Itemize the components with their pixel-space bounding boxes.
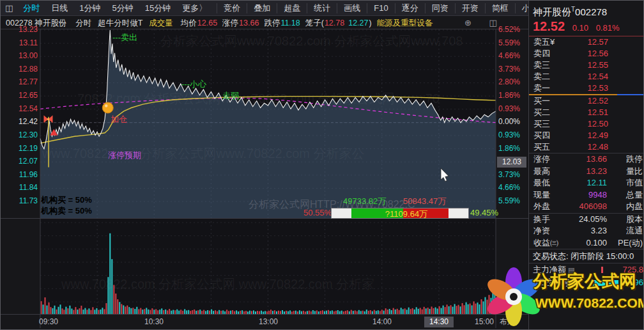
period-tabs: 分时日线1分钟5分钟15分钟更多〉 bbox=[17, 3, 213, 14]
bid-row-4[interactable]: 买五12.48 bbox=[529, 141, 644, 153]
toolbar-tab-1[interactable]: 日线 bbox=[45, 3, 73, 14]
toolbar-menu-5[interactable]: F10 bbox=[367, 3, 394, 13]
stat1-row-2-label2: 市值 bbox=[607, 177, 643, 189]
quote-panel: 神开股份T002278 12.52 0.10 0.81% 卖五¥12.57卖四1… bbox=[528, 1, 644, 330]
toolbar-menu-0[interactable]: 竞价 bbox=[217, 3, 247, 13]
bid-row-3-label: 买四 bbox=[533, 130, 569, 141]
ask-row-0-price: 12.57 bbox=[569, 36, 641, 48]
infobar-segment-7: 13.66 bbox=[239, 19, 259, 28]
ask-row-1-price: 12.56 bbox=[569, 48, 641, 59]
stat1-row-3-label: 现量 bbox=[533, 189, 565, 201]
list-icon[interactable]: ▤ bbox=[568, 263, 574, 276]
stat1-row-0-label: 涨停 bbox=[533, 153, 565, 166]
stat1-row-0-value: 13.66 bbox=[565, 153, 607, 166]
stat2-row-1-value: 3.23 bbox=[565, 225, 607, 237]
toolbar-menu-4[interactable]: 画线 bbox=[337, 3, 367, 13]
stat1-row-2: 最低12.11市值 bbox=[529, 177, 644, 189]
stat1-row-1: 最高13.23量比 bbox=[529, 166, 644, 178]
price-change: 0.10 bbox=[572, 23, 588, 33]
bid-row-1-label: 买二 bbox=[533, 107, 569, 118]
stat2-row-1: 净资3.23流通 bbox=[529, 225, 644, 237]
stat1-row-0: 涨停13.66跌停 bbox=[529, 153, 644, 166]
stat1-row-1-label2: 量比 bbox=[607, 166, 643, 178]
toolbar: ◫ 分时日线1分钟5分钟15分钟更多〉 竞价叠加超盘统计画线F10逐分同资开资简… bbox=[1, 1, 528, 16]
bid-row-0-label: 买一 bbox=[533, 95, 569, 107]
toolbar-menu-8[interactable]: 开资 bbox=[455, 3, 485, 13]
infobar-segment-12: 12.27 bbox=[348, 19, 368, 28]
ask-row-3[interactable]: 卖二12.54 bbox=[529, 71, 644, 82]
stat2-row-2-label: 收益㈢ bbox=[533, 237, 565, 249]
infobar-segment-0: 002278 神开股份 bbox=[6, 18, 66, 29]
ask-row-0-label: 卖五¥ bbox=[533, 36, 569, 48]
stat1-row-0-label2: 跌停 bbox=[607, 153, 643, 166]
ask-row-3-price: 12.54 bbox=[569, 71, 641, 82]
toolbar-tab-0[interactable]: 分时 bbox=[17, 3, 45, 14]
bid-row-3[interactable]: 买四12.49 bbox=[529, 130, 644, 141]
infobar-segment-2: 超牛分时做T bbox=[98, 18, 142, 29]
timeshare-chart[interactable] bbox=[1, 1, 528, 330]
bid-row-3-price: 12.49 bbox=[569, 130, 641, 141]
infobar-segment-4: 均价 bbox=[181, 18, 197, 29]
stat1-row-4-label2: 内盘 bbox=[607, 201, 643, 213]
infobar-segment-3: 成交量 bbox=[149, 18, 173, 29]
toolbar-tab-5[interactable]: 更多〉 bbox=[176, 3, 213, 14]
bid-row-0[interactable]: 买一12.52 bbox=[529, 95, 644, 107]
stats-block-1: 涨停13.66跌停最高13.23量比最低12.11市值现量9948总量外盘406… bbox=[529, 153, 644, 213]
toolbar-menu-3[interactable]: 统计 bbox=[307, 3, 337, 13]
main-net-value: 725.8 bbox=[574, 263, 643, 276]
stat2-row-0: 换手24.05%股本 bbox=[529, 214, 644, 226]
quote-header: 神开股份T002278 12.52 0.10 0.81% bbox=[529, 1, 644, 36]
stock-info-bar: 002278 神开股份分时超牛分时做T成交量均价12.65涨停13.66跌停11… bbox=[6, 17, 491, 29]
ask-row-4-label: 卖一 bbox=[533, 82, 569, 94]
stat2-row-1-label2: 流通 bbox=[607, 225, 643, 237]
infobar-segment-11: 12.78 bbox=[325, 19, 344, 28]
infobar-segment-9: 11.18 bbox=[280, 19, 300, 28]
ask-row-2[interactable]: 卖三12.55 bbox=[529, 59, 644, 71]
ask-row-3-label: 卖二 bbox=[533, 71, 569, 82]
toolbar-tab-4[interactable]: 15分钟 bbox=[139, 3, 176, 14]
ask-row-0[interactable]: 卖五¥12.57 bbox=[529, 36, 644, 48]
toolbar-tab-3[interactable]: 5分钟 bbox=[107, 3, 139, 14]
net5-bar bbox=[593, 280, 618, 286]
stat1-row-3-value: 9948 bbox=[565, 189, 607, 201]
toolbar-menu-9[interactable]: 简框 bbox=[485, 3, 515, 13]
stat1-row-2-value: 12.11 bbox=[565, 177, 607, 189]
main-net-label: 主力净额 bbox=[533, 263, 566, 276]
toolbar-tab-2[interactable]: 1分钟 bbox=[73, 3, 106, 14]
stat1-row-4: 外盘406098内盘 bbox=[529, 201, 644, 213]
infobar-segment-13: ) bbox=[369, 19, 371, 28]
stat1-row-4-label: 外盘 bbox=[533, 201, 565, 213]
toolbar-menu-7[interactable]: 同资 bbox=[425, 3, 455, 13]
stats-block-2: 换手24.05%股本净资3.23流通收益㈢0.100PE(动) bbox=[529, 214, 644, 249]
bid-row-2[interactable]: 买三12.50 bbox=[529, 118, 644, 130]
window-split-icon[interactable]: ◫ bbox=[1, 3, 17, 13]
ask-row-1-label: 卖四 bbox=[533, 48, 569, 59]
main-net-row: 主力净额 ▤ 725.8 bbox=[529, 263, 644, 276]
ask-row-4[interactable]: 卖一12.53 bbox=[529, 82, 644, 94]
stat2-row-0-label2: 股本 bbox=[607, 214, 643, 226]
main-net-bar bbox=[601, 267, 603, 273]
price-change-percent: 0.81% bbox=[596, 23, 620, 33]
infobar-segment-6: 涨停 bbox=[222, 18, 238, 29]
ask-queue: 卖五¥12.57卖四12.56卖三12.55卖二12.54卖一12.53 bbox=[529, 36, 644, 94]
stat2-row-0-label: 换手 bbox=[533, 214, 565, 226]
stock-name: 神开股份 bbox=[533, 6, 571, 17]
ask-row-1[interactable]: 卖四12.56 bbox=[529, 48, 644, 59]
bid-row-4-label: 买五 bbox=[533, 141, 569, 153]
infobar-segment-10: 笼子( bbox=[305, 18, 324, 29]
infobar-segment-1: 分时 bbox=[75, 18, 91, 29]
stat2-row-0-value: 24.05% bbox=[565, 214, 607, 226]
stat1-row-3-label2: 总量 bbox=[607, 189, 643, 201]
ball-marker bbox=[102, 102, 113, 113]
net5-label: 5日主力净额 bbox=[533, 276, 579, 289]
toolbar-menu-2[interactable]: 超盘 bbox=[277, 3, 307, 13]
net5-row: 5日主力净额 -1.96 bbox=[529, 276, 644, 289]
stat1-row-2-label: 最低 bbox=[533, 177, 565, 189]
toolbar-menu-6[interactable]: 逐分 bbox=[395, 3, 425, 13]
bid-row-2-label: 买三 bbox=[533, 118, 569, 130]
infobar-icons[interactable]: ⊕ ◫ bbox=[464, 18, 505, 28]
stat2-row-2-value: 0.100 bbox=[565, 237, 607, 249]
bid-row-1[interactable]: 买二12.51 bbox=[529, 107, 644, 118]
toolbar-menu-1[interactable]: 叠加 bbox=[247, 3, 277, 13]
stat1-row-4-value: 406098 bbox=[565, 201, 607, 213]
